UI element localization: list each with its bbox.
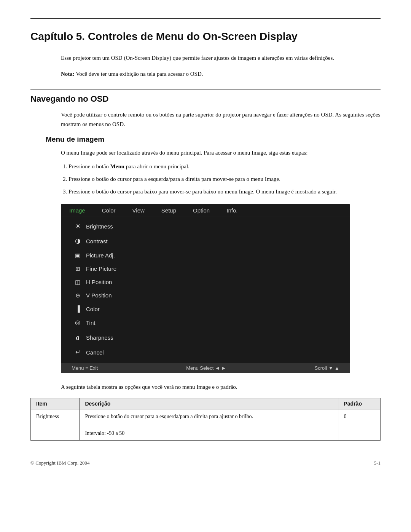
- intro-paragraph: Esse projetor tem um OSD (On-Screen Disp…: [61, 53, 381, 62]
- subsection1-title: Menu de imagem: [46, 135, 381, 144]
- page-number: 5-1: [374, 460, 381, 466]
- osd-tab-color[interactable]: Color: [94, 204, 124, 217]
- osd-item-cancel[interactable]: ↵ Cancel: [61, 345, 350, 359]
- osd-item-contrast[interactable]: ◑ Contrast: [61, 234, 350, 249]
- osd-label-picture-adj: Picture Adj.: [86, 250, 115, 260]
- osd-footer-right: Scroll ▼ ▲: [315, 365, 339, 371]
- osd-tab-view[interactable]: View: [124, 204, 153, 217]
- osd-label-sharpness: Sharpness: [86, 332, 113, 343]
- osd-tab-info[interactable]: Info.: [218, 204, 246, 217]
- section1-title: Navegando no OSD: [30, 94, 381, 104]
- osd-menubar: Image Color View Setup Option Info.: [61, 204, 350, 217]
- osd-label-brightness: Brightness: [86, 221, 113, 232]
- osd-item-v-position[interactable]: ⊖ V Position: [61, 289, 350, 302]
- note-label: Nota:: [61, 71, 75, 77]
- color-icon: ▐: [72, 304, 84, 315]
- col-header-item: Item: [31, 398, 80, 409]
- top-rule: [30, 18, 381, 19]
- h-position-icon: ◫: [72, 277, 84, 287]
- options-table: Item Descrição Padrão Brightness Pressio…: [30, 398, 381, 441]
- osd-tab-option[interactable]: Option: [185, 204, 218, 217]
- osd-item-sharpness[interactable]: a Sharpness: [61, 330, 350, 345]
- step-2: Pressione o botão do cursor para a esque…: [68, 174, 381, 184]
- osd-item-brightness[interactable]: ☀ Brightness: [61, 219, 350, 234]
- osd-label-cancel: Cancel: [86, 347, 104, 358]
- osd-label-contrast: Contrast: [86, 236, 108, 246]
- note-body: Você deve ter uma exibição na tela para …: [76, 71, 203, 77]
- table-header-row: Item Descrição Padrão: [31, 398, 381, 409]
- page-container: Capítulo 5. Controles de Menu do On-Scre…: [0, 0, 411, 532]
- osd-label-h-position: H Position: [86, 277, 112, 287]
- steps-list: Pressione o botão Menu para abrir o menu…: [68, 162, 381, 196]
- osd-item-tint[interactable]: ◎ Tint: [61, 316, 350, 330]
- osd-tab-setup[interactable]: Setup: [153, 204, 185, 217]
- osd-label-color: Color: [86, 304, 100, 314]
- cancel-icon: ↵: [72, 347, 84, 358]
- table-intro: A seguinte tabela mostra as opções que v…: [61, 382, 381, 392]
- table-cell-default: 0: [338, 409, 381, 441]
- page-footer: © Copyright IBM Corp. 2004 5-1: [30, 456, 381, 466]
- osd-item-color[interactable]: ▐ Color: [61, 302, 350, 316]
- osd-item-picture-adj[interactable]: ▣ Picture Adj.: [61, 249, 350, 262]
- osd-item-fine-picture[interactable]: ⊞ Fine Picture: [61, 262, 350, 275]
- step-3: Pressione o botão do cursor para baixo p…: [68, 187, 381, 197]
- osd-label-tint: Tint: [86, 318, 95, 328]
- brightness-icon: ☀: [72, 221, 84, 233]
- chapter-title: Capítulo 5. Controles de Menu do On-Scre…: [30, 30, 381, 43]
- table-cell-description: Pressione o botão do cursor para a esque…: [80, 409, 338, 441]
- section1-rule: [30, 89, 381, 89]
- osd-items-list: ☀ Brightness ◑ Contrast ▣ Picture Adj. ⊞…: [61, 217, 350, 362]
- osd-menu: Image Color View Setup Option Info. ☀ Br…: [61, 204, 350, 374]
- osd-footer-left: Menu = Exit: [72, 365, 98, 371]
- tint-icon: ◎: [72, 317, 84, 328]
- osd-footer-center: Menu Select ◄ ►: [186, 365, 226, 371]
- osd-footer: Menu = Exit Menu Select ◄ ► Scroll ▼ ▲: [61, 363, 350, 373]
- table-row: Brightness Pressione o botão do cursor p…: [31, 409, 381, 441]
- osd-item-h-position[interactable]: ◫ H Position: [61, 275, 350, 289]
- col-header-description: Descrição: [80, 398, 338, 409]
- osd-label-fine-picture: Fine Picture: [86, 264, 116, 274]
- sharpness-icon: a: [72, 331, 84, 343]
- v-position-icon: ⊖: [72, 290, 84, 300]
- osd-tab-image[interactable]: Image: [61, 204, 94, 217]
- subsection1-body: O menu Image pode ser localizado através…: [61, 148, 381, 158]
- picture-adj-icon: ▣: [72, 250, 84, 260]
- note-paragraph: Nota: Você deve ter uma exibição na tela…: [61, 69, 381, 78]
- osd-label-v-position: V Position: [86, 290, 112, 300]
- step-1: Pressione o botão Menu para abrir o menu…: [68, 162, 381, 171]
- section1-body: Você pode utilizar o controle remoto ou …: [61, 110, 381, 129]
- contrast-icon: ◑: [72, 235, 84, 247]
- fine-picture-icon: ⊞: [72, 264, 84, 274]
- table-cell-item: Brightness: [31, 409, 80, 441]
- col-header-default: Padrão: [338, 398, 381, 409]
- copyright: © Copyright IBM Corp. 2004: [30, 460, 89, 466]
